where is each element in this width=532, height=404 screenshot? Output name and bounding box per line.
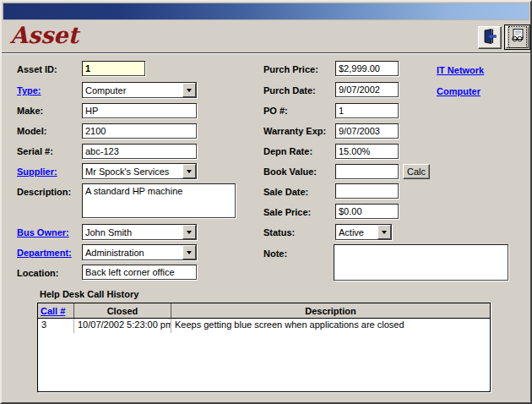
depn-rate-label: Depn Rate: <box>263 146 312 156</box>
warranty-exp-field[interactable] <box>335 123 399 139</box>
purch-date-field[interactable] <box>335 82 399 97</box>
asset-form-window: Asset <box>0 0 532 404</box>
chevron-down-icon[interactable] <box>182 164 196 178</box>
description-label: Description: <box>17 187 71 197</box>
sale-price-field[interactable] <box>335 204 399 219</box>
supplier-combo-value: Mr Spock's Services <box>83 167 182 177</box>
help-desk-title: Help Desk Call History <box>40 289 138 299</box>
sale-date-label: Sale Date: <box>263 187 308 197</box>
print-preview-button[interactable] <box>504 25 530 50</box>
sale-date-field[interactable] <box>335 183 399 199</box>
bus-owner-label-link[interactable]: Bus Owner: <box>17 227 69 237</box>
description-cell: Keeps getting blue screen when applicati… <box>171 319 490 333</box>
warranty-exp-label: Warranty Exp: <box>263 126 326 136</box>
type-label-link[interactable]: Type: <box>17 85 41 96</box>
type-combo[interactable]: Computer <box>82 82 197 98</box>
sale-price-label: Sale Price: <box>263 207 311 217</box>
bus-owner-combo-value: John Smith <box>83 227 182 237</box>
book-value-label: Book Value: <box>263 167 317 177</box>
description-field[interactable]: A standard HP machine <box>82 183 236 218</box>
call-number-column-link[interactable]: Call # <box>41 306 65 316</box>
make-label: Make: <box>17 106 43 116</box>
print-preview-icon <box>510 28 525 46</box>
title-separator <box>2 52 530 54</box>
department-combo[interactable]: Administration <box>82 244 197 260</box>
model-field[interactable] <box>82 123 197 139</box>
purch-date-label: Purch Date: <box>263 85 316 96</box>
purch-price-field[interactable] <box>335 61 399 76</box>
status-combo[interactable]: Active <box>335 224 392 240</box>
help-desk-table: Call # Closed Description 3 10/07/2002 5… <box>37 303 491 392</box>
exit-door-icon <box>481 28 498 48</box>
location-field[interactable] <box>82 265 197 280</box>
location-label: Location: <box>17 268 59 278</box>
department-combo-value: Administration <box>83 248 182 258</box>
book-value-field[interactable] <box>335 164 399 179</box>
calc-button[interactable]: Calc <box>403 164 430 179</box>
po-number-field[interactable] <box>335 103 399 118</box>
chevron-down-icon[interactable] <box>182 245 196 259</box>
status-combo-value: Active <box>336 227 377 237</box>
note-label: Note: <box>263 248 287 259</box>
asset-id-field[interactable] <box>82 61 145 76</box>
closed-column-header: Closed <box>74 303 171 318</box>
serial-label: Serial #: <box>17 146 53 156</box>
supplier-combo[interactable]: Mr Spock's Services <box>82 163 197 179</box>
computer-link[interactable]: Computer <box>437 86 480 96</box>
closed-cell: 10/07/2002 5:23:00 pm <box>74 319 171 333</box>
po-number-label: PO #: <box>263 106 288 116</box>
page-title: Asset <box>10 22 79 48</box>
make-field[interactable] <box>82 103 197 118</box>
department-label-link[interactable]: Department: <box>17 248 72 258</box>
depn-rate-field[interactable] <box>335 144 399 159</box>
asset-id-label: Asset ID: <box>17 64 57 74</box>
close-form-button[interactable] <box>478 26 502 49</box>
chevron-down-icon[interactable] <box>182 83 196 97</box>
status-label: Status: <box>263 227 295 237</box>
bus-owner-combo[interactable]: John Smith <box>82 224 197 240</box>
table-row[interactable]: 3 10/07/2002 5:23:00 pm Keeps getting bl… <box>38 319 490 333</box>
serial-field[interactable] <box>82 144 197 159</box>
help-desk-table-header: Call # Closed Description <box>38 303 490 319</box>
model-label: Model: <box>17 126 46 136</box>
chevron-down-icon[interactable] <box>377 225 391 239</box>
it-network-link[interactable]: IT Network <box>437 65 484 75</box>
purch-price-label: Purch Price: <box>263 64 318 74</box>
call-number-cell: 3 <box>38 319 74 333</box>
description-column-header: Description <box>171 303 490 318</box>
header-banner <box>3 3 529 20</box>
type-combo-value: Computer <box>83 85 182 96</box>
supplier-label-link[interactable]: Supplier: <box>17 167 57 177</box>
note-field[interactable] <box>334 244 508 281</box>
chevron-down-icon[interactable] <box>182 225 196 239</box>
